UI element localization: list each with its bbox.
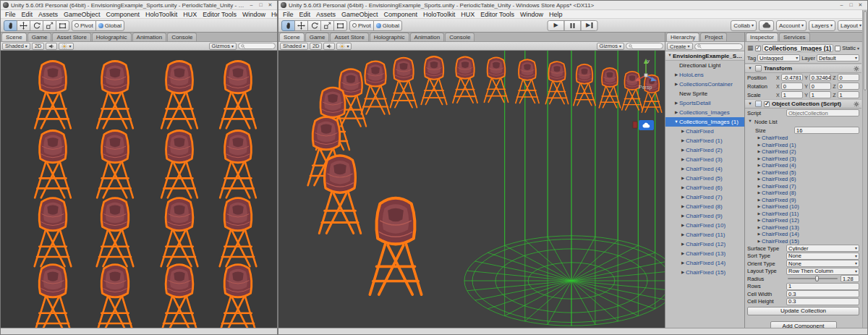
2d-toggle[interactable]: 2D	[310, 43, 323, 50]
tab-project[interactable]: Project	[700, 33, 727, 41]
chair-object[interactable]	[391, 58, 417, 108]
scale-tool-button[interactable]	[320, 20, 334, 31]
chair-object[interactable]	[574, 64, 595, 106]
scene-viewport[interactable]	[1, 51, 277, 328]
minimize-button[interactable]: –	[247, 2, 256, 8]
minimize-button[interactable]: –	[837, 2, 846, 8]
rotate-tool-button[interactable]	[307, 20, 321, 31]
foldout-right-icon[interactable]: ▶	[757, 198, 762, 202]
foldout-right-icon[interactable]: ▶	[757, 205, 762, 208]
chair-object[interactable]	[545, 62, 568, 103]
foldout-right-icon[interactable]: ▶	[757, 232, 762, 236]
shading-mode-dropdown[interactable]: Shaded▾	[280, 43, 308, 50]
node-chairfixed-11[interactable]: ▶ChairFixed (11)	[745, 211, 861, 218]
hierarchy-item-chairfixed-8[interactable]: ▶ChairFixed (8)	[665, 202, 744, 211]
scene-viewport[interactable]: y Persp	[278, 51, 665, 328]
hierarchy-item-chairfixed-12[interactable]: ▶ChairFixed (12)	[665, 239, 744, 249]
foldout-right-icon[interactable]: ▶	[757, 150, 762, 153]
scene-audio-toggle[interactable]	[323, 43, 335, 50]
foldout-down-icon[interactable]: ▼	[747, 119, 753, 124]
tab-services[interactable]: Services	[779, 33, 810, 41]
static-dropdown-icon[interactable]: ▾	[857, 46, 859, 51]
scene-fx-dropdown[interactable]: ▾	[59, 43, 74, 50]
tab-console[interactable]: Console	[445, 33, 475, 41]
maximize-button[interactable]: □	[256, 2, 265, 8]
move-tool-button[interactable]	[17, 20, 30, 31]
hierarchy-item-collections-images[interactable]: ▶Collections_Images	[665, 108, 744, 117]
foldout-right-icon[interactable]: ▶	[757, 212, 762, 216]
chair-object[interactable]	[599, 68, 620, 108]
rotation-x-field[interactable]: 0	[781, 82, 803, 90]
scale-tool-button[interactable]	[43, 20, 56, 31]
chair-object[interactable]	[453, 56, 477, 103]
tab-game[interactable]: Game	[27, 33, 52, 41]
node-chairfixed-4[interactable]: ▶ChairFixed (4)	[745, 162, 861, 169]
rows-field[interactable]: 1	[786, 283, 859, 290]
chair-object[interactable]	[370, 198, 421, 294]
chair-object[interactable]	[97, 198, 134, 267]
foldout-right-icon[interactable]: ▶	[757, 191, 762, 195]
chair-object[interactable]	[161, 61, 197, 128]
scene-search-input[interactable]	[626, 43, 663, 49]
chair-object[interactable]	[421, 56, 446, 104]
foldout-right-icon[interactable]: ▶	[757, 226, 762, 229]
hierarchy-item-chairfixed-2[interactable]: ▶ChairFixed (2)	[665, 145, 744, 155]
foldout-right-icon[interactable]: ▶	[757, 171, 762, 174]
node-chairfixed-3[interactable]: ▶ChairFixed (3)	[745, 156, 861, 163]
foldout-right-icon[interactable]: ▶	[757, 239, 762, 243]
object-name-field[interactable]: Collections_Images (1)	[762, 44, 834, 52]
cell-width-field[interactable]: 0.3	[786, 290, 859, 297]
menu-window[interactable]: Window	[239, 11, 268, 18]
foldout-right-icon[interactable]: ▶	[673, 73, 679, 77]
node-chairfixed-14[interactable]: ▶ChairFixed (14)	[745, 231, 861, 238]
rotation-y-field[interactable]: 0	[809, 82, 831, 90]
foldout-right-icon[interactable]: ▶	[680, 233, 686, 237]
layers-button[interactable]: Layers▾	[809, 20, 835, 31]
move-tool-button[interactable]	[294, 20, 308, 31]
node-chairfixed-6[interactable]: ▶ChairFixed (6)	[745, 176, 861, 183]
hierarchy-item-chairfixed[interactable]: ▶ChairFixed	[665, 127, 744, 136]
cloud-button[interactable]	[759, 20, 774, 31]
menu-assets[interactable]: Assets	[35, 11, 61, 18]
hierarchy-item-collections-images-1[interactable]: ▼Collections_Images (1)	[665, 117, 744, 127]
gear-icon[interactable]	[854, 66, 859, 72]
chair-object[interactable]	[220, 130, 256, 198]
node-chairfixed-7[interactable]: ▶ChairFixed (7)	[745, 183, 861, 190]
hierarchy-item-chairfixed-10[interactable]: ▶ChairFixed (10)	[665, 221, 744, 230]
menu-gameobject[interactable]: GameObject	[61, 11, 103, 18]
tab-asset-store[interactable]: Asset Store	[330, 33, 368, 41]
foldout-right-icon[interactable]: ▶	[757, 219, 762, 222]
layout-button[interactable]: Layout▾	[838, 20, 864, 31]
shading-mode-dropdown[interactable]: Shaded▾	[2, 43, 30, 50]
play-button[interactable]: ▶	[548, 20, 565, 31]
scene-audio-toggle[interactable]	[46, 43, 57, 50]
tab-game[interactable]: Game	[305, 33, 330, 41]
foldout-right-icon[interactable]: ▶	[680, 252, 686, 256]
node-chairfixed-2[interactable]: ▶ChairFixed (2)	[745, 148, 861, 156]
layout-type-dropdown[interactable]: Row Then Column▾	[786, 268, 859, 275]
menu-edit[interactable]: Edit	[19, 11, 36, 18]
foldout-right-icon[interactable]: ▶	[680, 177, 686, 181]
chair-object[interactable]	[161, 265, 198, 328]
maximize-button[interactable]: □	[846, 2, 856, 8]
gizmos-dropdown[interactable]: Gizmos▾	[209, 43, 237, 50]
orient-type-dropdown[interactable]: None▾	[786, 260, 859, 267]
size-field[interactable]: 16	[794, 127, 859, 134]
foldout-right-icon[interactable]: ▶	[680, 148, 686, 153]
cloud-gizmo-icon[interactable]	[633, 120, 654, 130]
tab-animation[interactable]: Animation	[132, 33, 167, 41]
chair-object[interactable]	[161, 130, 197, 198]
hierarchy-item-chairfixed-3[interactable]: ▶ChairFixed (3)	[665, 155, 744, 164]
gizmos-dropdown[interactable]: Gizmos▾	[597, 43, 624, 50]
radius-slider[interactable]	[788, 278, 838, 279]
node-chairfixed-13[interactable]: ▶ChairFixed (13)	[745, 224, 861, 232]
scene-fx-dropdown[interactable]: ▾	[336, 43, 352, 50]
transform-component-header[interactable]: ▼ Transform	[745, 64, 861, 73]
hierarchy-item-sportsdetail[interactable]: ▶SportsDetail	[665, 98, 744, 108]
menu-file[interactable]: File	[2, 11, 19, 18]
menu-gameobject[interactable]: GameObject	[339, 11, 381, 18]
tag-dropdown[interactable]: Untagged▾	[757, 54, 800, 62]
update-collection-button[interactable]: Update Collection	[747, 307, 859, 315]
scrollbar-thumb[interactable]	[864, 11, 867, 90]
hierarchy-item-chairfixed-4[interactable]: ▶ChairFixed (4)	[665, 164, 744, 174]
